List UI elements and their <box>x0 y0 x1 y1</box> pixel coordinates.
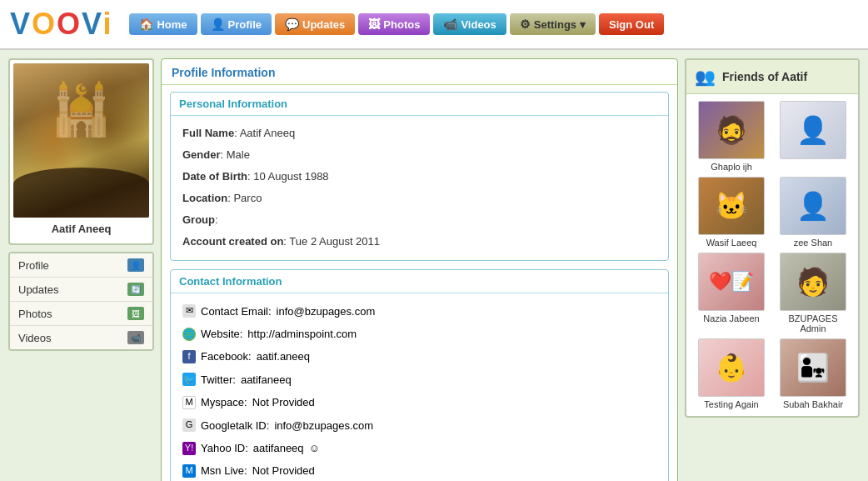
gender-label: Gender <box>182 148 221 161</box>
profile-icon: 👤 <box>211 18 225 31</box>
signout-button[interactable]: Sign Out <box>599 13 664 35</box>
dob-value: 10 August 1988 <box>253 170 328 183</box>
friend-item-2[interactable]: 🐱 Wasif Laeeq <box>693 177 770 248</box>
friend-item-4[interactable]: ❤️📝 Nazia Jabeen <box>693 253 770 333</box>
myspace-icon: M <box>182 396 196 409</box>
friends-box: 👥 Friends of Aatif 🧔 Ghaplo ijh 👤 <box>685 58 860 418</box>
friend-item-0[interactable]: 🧔 Ghaplo ijh <box>693 101 770 172</box>
friend-photo-6: 👶 <box>698 338 765 397</box>
web-icon: 🌐 <box>182 328 196 341</box>
profile-photo <box>13 63 149 218</box>
created-value: Tue 2 August 2011 <box>289 235 380 248</box>
full-name-row: Full Name: Aatif Aneeq <box>171 123 668 144</box>
main-layout: Aatif Aneeq Profile 👤 Updates 🔄 Photos 🖼… <box>0 50 868 481</box>
profile-section-title: Profile Information <box>162 59 677 85</box>
friend-photo-3: 👤 <box>780 177 846 235</box>
sidebar-menu: Profile 👤 Updates 🔄 Photos 🖼 Videos 📹 <box>8 252 154 351</box>
friend-photo-5: 🧑 <box>780 253 846 311</box>
friends-panel: 👥 Friends of Aatif 🧔 Ghaplo ijh 👤 <box>685 58 860 481</box>
sidebar-item-videos[interactable]: Videos 📹 <box>10 326 152 349</box>
gender-value: Male <box>227 148 250 161</box>
profile-section: Profile Information Personal Information… <box>161 58 678 481</box>
sidebar-profile-icon: 👤 <box>127 258 144 272</box>
photos-button[interactable]: 🖼 Photos <box>358 13 430 35</box>
person-silhouette-3: 👤 <box>796 190 830 222</box>
dob-row: Date of Birth: 10 August 1988 <box>171 166 668 188</box>
logo: VOOVi <box>10 7 112 42</box>
left-sidebar: Aatif Aneeq Profile 👤 Updates 🔄 Photos 🖼… <box>8 58 154 481</box>
sidebar-photos-icon: 🖼 <box>127 307 144 320</box>
videos-icon: 📹 <box>443 18 457 31</box>
contact-info-section: Contact Information ✉ Contact Email: inf… <box>170 269 669 481</box>
friend-name-0: Ghaplo ijh <box>711 162 752 172</box>
location-row: Location: Parco <box>171 188 668 209</box>
profile-name: Aatif Aneeq <box>13 218 149 240</box>
friend-item-3[interactable]: 👤 zee Shan <box>775 177 851 248</box>
friends-header-title: Friends of Aatif <box>722 70 807 83</box>
email-icon: ✉ <box>182 304 196 318</box>
group-row: Group: <box>171 209 668 231</box>
photo-crowd <box>13 168 149 218</box>
friend-item-6[interactable]: 👶 Testing Again <box>693 338 770 409</box>
sidebar-item-updates[interactable]: Updates 🔄 <box>10 278 152 302</box>
full-name-label: Full Name <box>182 127 234 139</box>
group-label: Group <box>182 213 215 226</box>
twitter-row: 🐦 Twitter: aatifaneeq <box>171 368 668 391</box>
home-icon: 🏠 <box>139 18 153 31</box>
sidebar-updates-label: Updates <box>18 283 58 296</box>
friend-item-5[interactable]: 🧑 BZUPAGES Admin <box>775 253 851 333</box>
friend-photo-2: 🐱 <box>698 177 765 235</box>
dob-label: Date of Birth <box>182 170 247 183</box>
googletalk-row: G Googletalk ID: info@bzupages.com <box>171 414 668 437</box>
friend-photo-1: 👤 <box>780 101 846 159</box>
profile-photo-box: Aatif Aneeq <box>8 58 154 245</box>
yahoo-icon: Y! <box>182 442 196 455</box>
created-label: Account created on <box>182 235 283 248</box>
friend-name-3: zee Shan <box>794 238 832 248</box>
msn-icon: M <box>182 464 196 478</box>
home-button[interactable]: 🏠 Home <box>129 13 197 35</box>
twitter-icon: 🐦 <box>182 373 196 386</box>
sidebar-item-photos[interactable]: Photos 🖼 <box>10 302 152 326</box>
friend-name-7: Subah Bakhair <box>783 399 843 409</box>
friend-name-4: Nazia Jabeen <box>703 313 759 323</box>
profile-button[interactable]: 👤 Profile <box>201 13 272 35</box>
location-value: Parco <box>233 192 262 204</box>
friend-name-5: BZUPAGES Admin <box>775 313 851 333</box>
header: VOOVi 🏠 Home 👤 Profile 💬 Updates 🖼 Photo… <box>0 0 868 50</box>
friend-photo-0: 🧔 <box>698 101 765 159</box>
sidebar-videos-icon: 📹 <box>127 331 144 344</box>
facebook-icon: f <box>182 350 196 363</box>
friends-header: 👥 Friends of Aatif <box>686 60 858 94</box>
sidebar-videos-label: Videos <box>18 332 52 344</box>
yahoo-row: Y! Yahoo ID: aatifaneeq ☺ <box>171 437 668 459</box>
personal-info-section: Personal Information Full Name: Aatif An… <box>170 92 669 261</box>
personal-info-title: Personal Information <box>171 93 668 116</box>
googletalk-icon: G <box>182 418 196 432</box>
myspace-row: M Myspace: Not Provided <box>171 391 668 413</box>
photos-icon: 🖼 <box>368 18 380 31</box>
sidebar-profile-label: Profile <box>18 259 49 272</box>
updates-button[interactable]: 💬 Updates <box>275 13 355 35</box>
videos-button[interactable]: 📹 Videos <box>433 13 506 35</box>
friends-header-icon: 👥 <box>695 67 716 87</box>
center-content: Profile Information Personal Information… <box>161 58 678 481</box>
settings-icon: ⚙ <box>520 18 531 31</box>
friend-photo-7: 👨‍👧 <box>780 338 846 397</box>
sidebar-item-profile[interactable]: Profile 👤 <box>10 253 152 278</box>
friend-name-6: Testing Again <box>704 399 758 409</box>
friends-grid: 🧔 Ghaplo ijh 👤 🐱 Wasif Laeeq <box>686 94 858 416</box>
friend-name-2: Wasif Laeeq <box>706 238 757 248</box>
settings-button[interactable]: ⚙ Settings ▾ <box>510 13 596 35</box>
sidebar-updates-icon: 🔄 <box>127 283 144 296</box>
website-row: 🌐 Website: http://adminspoint.com <box>171 323 668 345</box>
email-row: ✉ Contact Email: info@bzupages.com <box>171 300 668 323</box>
location-label: Location <box>182 192 227 204</box>
created-row: Account created on: Tue 2 August 2011 <box>171 231 668 253</box>
msn-row: M Msn Live: Not Provided <box>171 459 668 481</box>
sidebar-photos-label: Photos <box>18 308 52 320</box>
friend-item-1[interactable]: 👤 <box>775 101 851 172</box>
friend-item-7[interactable]: 👨‍👧 Subah Bakhair <box>775 338 851 409</box>
friend-photo-4: ❤️📝 <box>698 253 765 311</box>
facebook-row: f Facebook: aatif.aneeq <box>171 345 668 368</box>
